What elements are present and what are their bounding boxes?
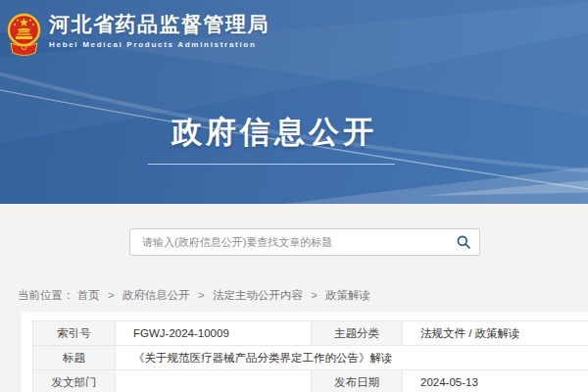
search-input[interactable] (130, 229, 448, 255)
table-row: 标题 《关于规范医疗器械产品分类界定工作的公告》解读 (33, 346, 588, 370)
field-label-index-number: 索引号 (33, 321, 116, 346)
page: 河北省药品监督管理局 Hebei Medical Products Admini… (0, 0, 588, 392)
china-national-emblem-icon (6, 12, 42, 58)
search-icon (456, 234, 471, 250)
breadcrumb-item-policy-interpretation[interactable]: 政策解读 (325, 289, 370, 301)
breadcrumb-item-home[interactable]: 首页 (77, 289, 100, 301)
main-content: 当前位置： 首页 > 政府信息公开 > 法定主动公开内容 > 政策解读 索引号 … (0, 204, 588, 392)
site-header-banner: 河北省药品监督管理局 Hebei Medical Products Admini… (0, 0, 588, 204)
breadcrumb-item-info-disclosure[interactable]: 政府信息公开 (122, 289, 190, 301)
field-value-publish-date: 2024-05-13 (403, 370, 588, 392)
breadcrumb-separator: > (311, 289, 318, 301)
document-info-card: 索引号 FGWJ-2024-10009 主题分类 法规文件 / 政策解读 标题 … (22, 312, 588, 392)
breadcrumb-label: 当前位置： (18, 289, 74, 301)
field-label-issuing-department: 发文部门 (33, 370, 116, 392)
field-label-subject-category: 主题分类 (312, 321, 403, 346)
search-button[interactable] (448, 229, 479, 255)
field-value-issuing-department (116, 370, 312, 392)
field-value-title: 《关于规范医疗器械产品分类界定工作的公告》解读 (116, 346, 588, 370)
breadcrumb-separator: > (198, 289, 205, 301)
field-label-publish-date: 发布日期 (312, 370, 403, 392)
page-title: 政府信息公开 (172, 112, 377, 153)
search-bar (129, 228, 480, 256)
table-row: 索引号 FGWJ-2024-10009 主题分类 法规文件 / 政策解读 (33, 321, 588, 346)
breadcrumb-item-statutory-disclosure[interactable]: 法定主动公开内容 (213, 289, 303, 301)
site-title: 河北省药品监督管理局 (49, 12, 270, 37)
breadcrumb: 当前位置： 首页 > 政府信息公开 > 法定主动公开内容 > 政策解读 (18, 288, 370, 303)
table-row: 发文部门 发布日期 2024-05-13 (33, 370, 588, 392)
field-label-title: 标题 (33, 346, 116, 370)
breadcrumb-separator: > (108, 289, 115, 301)
field-value-index-number: FGWJ-2024-10009 (116, 321, 312, 346)
title-underline (148, 164, 395, 165)
site-subtitle-en: Hebei Medical Products Administration (49, 40, 270, 49)
site-brand[interactable]: 河北省药品监督管理局 Hebei Medical Products Admini… (6, 12, 270, 58)
document-info-table: 索引号 FGWJ-2024-10009 主题分类 法规文件 / 政策解读 标题 … (32, 320, 588, 392)
field-value-subject-category: 法规文件 / 政策解读 (403, 321, 588, 346)
